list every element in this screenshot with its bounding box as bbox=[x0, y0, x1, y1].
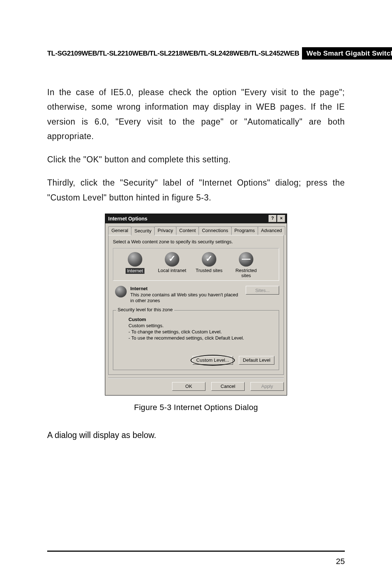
globe-icon bbox=[128, 252, 142, 267]
tab-general[interactable]: General bbox=[108, 226, 131, 235]
custom-title: Custom bbox=[128, 317, 274, 323]
custom-block: Custom Custom settings. - To change the … bbox=[128, 317, 274, 341]
globe-check-icon bbox=[202, 252, 216, 267]
close-icon[interactable]: × bbox=[277, 215, 285, 222]
zone-list: Internet Local intranet Trusted sites Re… bbox=[113, 248, 279, 281]
zone-name: Internet bbox=[130, 286, 242, 292]
default-level-button[interactable]: Default Level bbox=[239, 356, 274, 365]
document-page: TL-SG2109WEB/TL-SL2210WEB/TL-SL2218WEB/T… bbox=[0, 0, 392, 588]
paragraph-4: A dialog will display as below. bbox=[47, 430, 345, 440]
custom-line-2: - To use the recommended settings, click… bbox=[128, 335, 274, 341]
paragraph-1: In the case of IE5.0, please check the o… bbox=[47, 85, 345, 143]
zone-description: Internet This zone contains all Web site… bbox=[130, 286, 242, 304]
paragraph-2: Click the "OK" button and complete this … bbox=[47, 152, 345, 167]
zone-desc-text: This zone contains all Web sites you hav… bbox=[130, 292, 242, 304]
dialog-buttons: OK Cancel Apply bbox=[105, 382, 287, 395]
tab-advanced[interactable]: Advanced bbox=[258, 226, 285, 235]
header-models: TL-SG2109WEB/TL-SL2210WEB/TL-SL2218WEB/T… bbox=[47, 47, 302, 60]
dialog-titlebar[interactable]: Internet Options ? × bbox=[105, 214, 287, 223]
security-panel: Select a Web content zone to specify its… bbox=[108, 235, 284, 375]
globe-icon bbox=[115, 286, 127, 297]
custom-level-button[interactable]: Custom Level... bbox=[192, 356, 233, 365]
zone-trusted-sites[interactable]: Trusted sites bbox=[194, 252, 224, 279]
tab-security[interactable]: Security bbox=[131, 227, 155, 235]
security-level-group: Security level for this zone Custom Cust… bbox=[113, 310, 279, 370]
sites-button[interactable]: Sites... bbox=[246, 286, 279, 295]
internet-options-dialog: Internet Options ? × General Security Pr… bbox=[105, 214, 287, 396]
zone-label: Local intranet bbox=[158, 268, 186, 273]
tab-programs[interactable]: Programs bbox=[231, 226, 258, 235]
level-buttons: Custom Level... Default Level bbox=[118, 356, 274, 365]
tabstrip: General Security Privacy Content Connect… bbox=[105, 223, 287, 235]
apply-button[interactable]: Apply bbox=[250, 382, 284, 391]
figure-caption: Figure 5-3 Internet Options Dialog bbox=[134, 403, 258, 412]
ok-button[interactable]: OK bbox=[172, 382, 205, 391]
custom-line-1: - To change the settings, click Custom L… bbox=[128, 329, 274, 335]
zone-restricted-sites[interactable]: Restricted sites bbox=[231, 252, 261, 279]
globe-minus-icon bbox=[239, 252, 253, 267]
dialog-title: Internet Options bbox=[108, 216, 147, 222]
help-icon[interactable]: ? bbox=[269, 215, 277, 222]
footer-rule bbox=[47, 551, 345, 552]
zone-local-intranet[interactable]: Local intranet bbox=[157, 252, 187, 279]
zone-internet[interactable]: Internet bbox=[120, 252, 150, 279]
zone-label: Internet bbox=[126, 268, 144, 274]
cancel-button[interactable]: Cancel bbox=[211, 382, 245, 391]
custom-sub: Custom settings. bbox=[128, 323, 274, 329]
tab-connections[interactable]: Connections bbox=[199, 226, 231, 235]
zone-label: Restricted sites bbox=[231, 268, 261, 279]
zone-label: Trusted sites bbox=[196, 268, 222, 273]
page-number: 25 bbox=[336, 557, 345, 566]
group-legend: Security level for this zone bbox=[116, 307, 174, 312]
paragraph-3: Thirdly, click the "Security" label of "… bbox=[47, 175, 345, 205]
tab-content[interactable]: Content bbox=[176, 226, 199, 235]
globe-check-icon bbox=[165, 252, 179, 267]
page-header: TL-SG2109WEB/TL-SL2210WEB/TL-SL2218WEB/T… bbox=[47, 47, 345, 60]
divider bbox=[108, 378, 284, 378]
zone-description-row: Internet This zone contains all Web site… bbox=[115, 286, 279, 304]
tab-privacy[interactable]: Privacy bbox=[154, 226, 176, 235]
figure-wrap: Internet Options ? × General Security Pr… bbox=[47, 214, 345, 412]
header-title: Web Smart Gigabit Switch Family User's G… bbox=[302, 47, 392, 60]
zone-instruction: Select a Web content zone to specify its… bbox=[113, 239, 279, 244]
